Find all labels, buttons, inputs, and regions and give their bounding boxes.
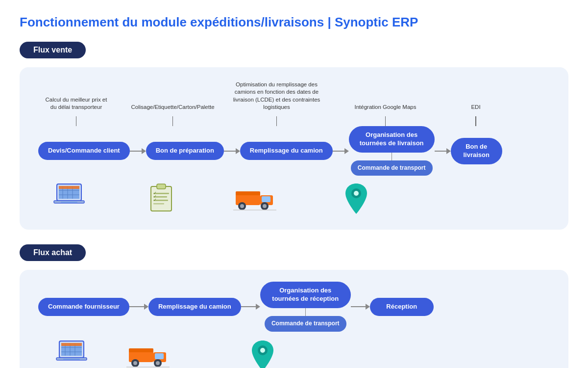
svg-rect-15 [153,203,164,205]
vente-pill-4: Organisation des tournées de livraison [349,126,435,153]
achat-pill-4: Réception [370,298,434,316]
vente-label-1: Calcul du meilleur prix et du délai tran… [45,90,108,111]
svg-rect-37 [61,343,82,346]
svg-rect-43 [129,348,153,352]
svg-rect-39 [63,359,80,360]
svg-rect-9 [61,202,77,203]
arrow-1 [130,148,146,154]
vente-label-4: Intégration Google Maps [355,90,416,111]
flux-vente-section: Flux vente Calcul du meilleur prix et du… [20,42,568,230]
flux-achat-section: Flux achat Commande fournisseur Rempliss… [20,244,568,368]
svg-point-26 [263,204,267,208]
achat-pill-1: Commande fournisseur [38,298,129,316]
svg-text:✓: ✓ [153,198,157,202]
svg-rect-11 [157,184,166,189]
arrow-4 [435,148,451,154]
vente-pill-2: Bon de préparation [146,142,224,160]
achat-arrow-3 [351,304,370,310]
svg-rect-42 [155,353,164,359]
svg-point-50 [260,348,265,353]
icon-pin-2 [217,339,308,368]
flux-vente-box: Calcul du meilleur prix et du délai tran… [20,67,568,230]
arrow-3 [333,148,349,154]
icon-laptop-1 [38,182,107,211]
flux-achat-box: Commande fournisseur Remplissage du cami… [20,270,568,368]
svg-point-45 [133,361,137,365]
svg-point-29 [354,191,359,196]
vente-sub-pill: Commande de transport [351,160,433,176]
page-title: Fonctionnement du module expéditions/liv… [20,15,568,30]
flux-vente-label: Flux vente [20,42,86,58]
flux-achat-label: Flux achat [20,244,86,261]
icon-truck-2 [126,339,202,368]
svg-rect-22 [236,191,260,195]
vente-pill-5: Bon de livraison [451,138,502,164]
svg-point-47 [156,361,160,365]
achat-sub-pill: Commande de transport [265,316,346,332]
achat-pill-3: Organisation des tournées de réception [260,282,351,308]
icon-laptop-2 [38,339,112,368]
icon-clipboard-1: ✓ ✓ ✓ [127,182,196,213]
achat-arrow-1 [129,304,148,310]
vente-pill-1: Devis/Commande client [38,142,130,160]
vente-label-3: Optimisation du remplissage des camions … [231,79,322,111]
svg-point-24 [240,204,244,208]
achat-pill-2: Remplissage du camion [148,298,241,316]
vente-label-2: Colisage/Etiquette/Carton/Palette [137,90,208,111]
svg-rect-21 [262,196,270,202]
svg-rect-7 [59,186,79,189]
arrow-2 [224,148,240,154]
vente-label-5: EDI [471,90,480,111]
vente-pill-3: Remplissage du camion [240,142,333,160]
icon-pin-1 [313,182,399,216]
icon-truck-1 [217,182,293,211]
achat-arrow-2 [241,304,260,310]
